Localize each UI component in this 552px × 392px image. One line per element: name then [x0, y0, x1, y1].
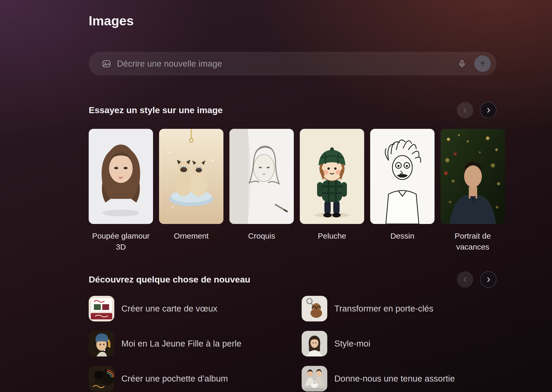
style-card-ornement[interactable]: Ornement [159, 129, 223, 252]
discover-items-grid: Créer une carte de vœux Transformer en p… [89, 296, 497, 391]
discover-item-label: Donne-nous une tenue assortie [334, 374, 455, 384]
chevron-right-icon[interactable] [480, 102, 497, 118]
submit-button[interactable] [474, 55, 491, 72]
styles-section-header: Essayez un style sur une image [89, 102, 497, 118]
discover-item-porte-cles[interactable]: Transformer en porte-clés [302, 296, 497, 321]
microphone-icon[interactable] [458, 59, 466, 68]
chevron-right-icon[interactable] [480, 271, 497, 288]
chevron-left-icon[interactable] [457, 271, 473, 288]
thumb-album-cover [89, 366, 114, 391]
style-card-image-ink-drawing [370, 129, 435, 224]
discover-item-label: Style-moi [334, 339, 370, 349]
style-card-croquis[interactable]: Croquis [229, 129, 294, 252]
prompt-input-bar[interactable] [89, 52, 497, 76]
thumb-girl-with-pearl-earring [89, 331, 114, 356]
style-card-peluche[interactable]: Peluche [300, 129, 364, 252]
style-card-image-plush-doll [300, 129, 364, 224]
thumb-dog-keychain [302, 296, 327, 321]
style-card-image-holiday-portrait [441, 129, 505, 224]
thumb-woman-portrait [302, 331, 327, 356]
styles-section-heading: Essayez un style sur une image [89, 105, 223, 115]
style-card-label: Ornement [159, 230, 223, 241]
chevron-left-icon[interactable] [457, 102, 473, 118]
discover-item-carte-de-voeux[interactable]: Créer une carte de vœux [89, 296, 302, 321]
photo-icon[interactable] [102, 59, 111, 68]
discover-item-style-moi[interactable]: Style-moi [302, 331, 497, 356]
prompt-input[interactable] [117, 59, 458, 69]
discover-item-label: Créer une pochette d’album [121, 374, 228, 384]
style-card-image-pencil-sketch [229, 129, 294, 224]
style-card-portrait-de-vacances[interactable]: Portrait de vacances [441, 129, 505, 252]
styles-carousel-nav [457, 102, 497, 118]
style-card-label: Croquis [229, 230, 294, 241]
discover-carousel-nav [457, 271, 497, 288]
arrow-up-icon [479, 60, 487, 68]
discover-section-heading: Découvrez quelque chose de nouveau [89, 274, 250, 285]
style-card-label: Portrait de vacances [441, 230, 505, 252]
style-card-image-cats-ornament [159, 129, 223, 224]
discover-item-label: Créer une carte de vœux [121, 304, 217, 314]
thumb-family-matching-outfits [302, 366, 327, 391]
style-cards-carousel: Poupée glamour 3D [89, 129, 552, 252]
image-playground-screen: Images Essayez un styl [0, 0, 552, 392]
discover-item-pochette-album[interactable]: Créer une pochette d’album [89, 366, 302, 391]
discover-item-label: Transformer en porte-clés [334, 304, 433, 314]
style-card-poupee-glamour-3d[interactable]: Poupée glamour 3D [89, 129, 153, 252]
page-title: Images [89, 13, 552, 29]
style-card-label: Dessin [370, 230, 435, 241]
style-card-dessin[interactable]: Dessin [370, 129, 435, 252]
discover-item-label: Moi en La Jeune Fille à la perle [121, 339, 241, 349]
discover-section-header: Découvrez quelque chose de nouveau [89, 271, 497, 288]
discover-item-tenue-assortie[interactable]: Donne-nous une tenue assortie [302, 366, 497, 391]
style-card-image-3d-glamour-doll [89, 129, 153, 224]
discover-item-jeune-fille-a-la-perle[interactable]: Moi en La Jeune Fille à la perle [89, 331, 302, 356]
thumb-holiday-greeting-card [89, 296, 114, 321]
style-card-label: Poupée glamour 3D [89, 230, 153, 252]
style-card-label: Peluche [300, 230, 364, 241]
